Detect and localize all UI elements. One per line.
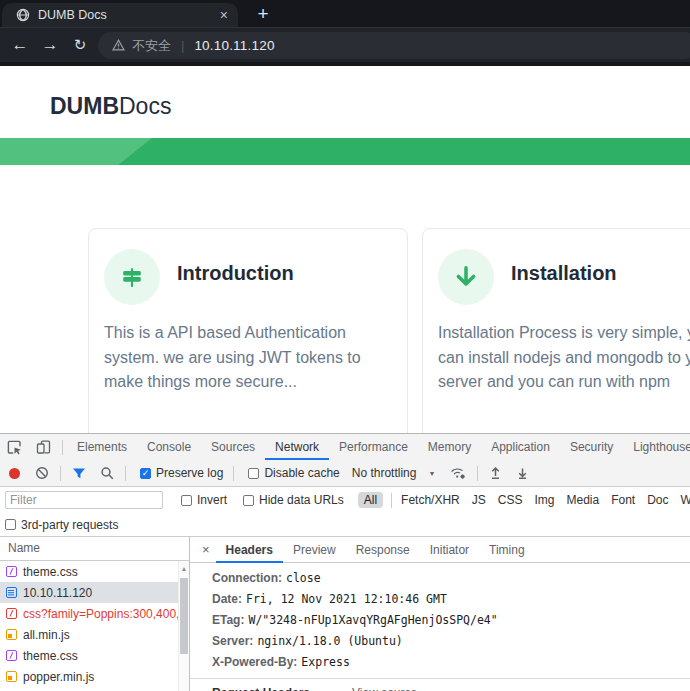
devtools-tab-security[interactable]: Security — [560, 434, 623, 460]
devtools-panel: ElementsConsoleSourcesNetworkPerformance… — [0, 433, 690, 691]
filter-type-ws[interactable]: WS — [681, 493, 690, 507]
devtools-tab-network[interactable]: Network — [265, 434, 329, 460]
request-list-pane: Name theme.css10.10.11.120css?family=Pop… — [0, 537, 190, 691]
disable-cache-label: Disable cache — [264, 466, 339, 480]
hero-green-band — [0, 138, 690, 165]
name-column-header[interactable]: Name — [0, 537, 189, 561]
header-line: X-Powered-By:Express — [212, 652, 690, 673]
request-row[interactable]: 10.10.11.120 — [0, 582, 189, 603]
back-button[interactable]: ← — [6, 28, 34, 62]
devtools-tab-memory[interactable]: Memory — [418, 434, 481, 460]
request-row[interactable]: css?family=Poppins:300,400, — [0, 603, 189, 624]
request-row[interactable]: theme.css — [0, 645, 189, 666]
view-source-link[interactable]: View source — [352, 686, 417, 691]
chevron-down-icon: ▼ — [428, 470, 435, 477]
site-logo: DUMBDocs — [50, 93, 171, 120]
introduction-card[interactable]: Introduction This is a API based Authent… — [88, 228, 408, 433]
file-type-js-icon — [6, 671, 17, 682]
export-har-icon[interactable] — [516, 466, 529, 480]
card-title: Installation — [511, 262, 617, 285]
third-party-filter-row: 3rd-party requests — [0, 513, 690, 537]
file-icon-glyph — [8, 634, 11, 637]
forward-button[interactable]: → — [36, 28, 64, 62]
third-party-label: 3rd-party requests — [21, 518, 118, 532]
throttling-select[interactable]: No throttling — [352, 466, 417, 480]
device-toolbar-icon[interactable] — [36, 440, 51, 455]
network-toolbar: ✓ Preserve log Disable cache No throttli… — [0, 460, 690, 487]
search-icon[interactable] — [100, 466, 114, 480]
import-har-icon[interactable] — [489, 466, 502, 480]
file-type-js-icon — [6, 629, 17, 640]
file-type-css-error-icon — [6, 608, 17, 619]
detail-tab-preview[interactable]: Preview — [283, 537, 346, 563]
disable-cache-checkbox[interactable] — [248, 468, 259, 479]
url-divider: | — [181, 38, 184, 53]
invert-label: Invert — [197, 493, 227, 507]
devtools-tab-console[interactable]: Console — [137, 434, 201, 460]
tab-close-icon[interactable]: × — [220, 7, 228, 23]
request-name: css?family=Poppins:300,400, — [23, 607, 179, 621]
filter-icon[interactable] — [72, 467, 86, 480]
devtools-tab-performance[interactable]: Performance — [329, 434, 418, 460]
not-secure-warning-icon — [112, 37, 125, 55]
preserve-log-checkbox[interactable]: ✓ — [140, 468, 151, 479]
devtools-tab-elements[interactable]: Elements — [67, 434, 137, 460]
header-value: Fri, 12 Nov 2021 12:10:46 GMT — [246, 592, 447, 606]
filter-type-font[interactable]: Font — [611, 493, 635, 507]
filter-type-all[interactable]: All — [358, 492, 383, 508]
inspect-element-icon[interactable] — [7, 440, 22, 455]
filter-type-media[interactable]: Media — [566, 493, 599, 507]
tab-title: DUMB Docs — [38, 8, 220, 22]
address-bar[interactable]: 不安全 | 10.10.11.120 — [98, 32, 690, 59]
devtools-tab-sources[interactable]: Sources — [201, 434, 265, 460]
filter-type-js[interactable]: JS — [472, 493, 486, 507]
header-value: W/"3248-nFUp1XavqYRgAFgHenjOsSPQ/e4" — [248, 613, 497, 627]
clear-icon[interactable] — [35, 466, 49, 480]
scroll-up-icon[interactable]: ▲ — [179, 565, 189, 572]
filter-input[interactable] — [5, 491, 163, 509]
close-detail-icon[interactable]: × — [202, 542, 210, 557]
request-detail-pane: × HeadersPreviewResponseInitiatorTiming … — [190, 537, 690, 691]
scrollbar-thumb[interactable] — [180, 578, 188, 654]
filter-type-doc[interactable]: Doc — [647, 493, 668, 507]
card-body: This is a API based Authentication syste… — [104, 321, 398, 395]
file-icon-glyph — [8, 590, 14, 591]
filter-type-fetch-xhr[interactable]: Fetch/XHR — [401, 493, 460, 507]
invert-checkbox[interactable] — [181, 495, 192, 506]
browser-tab[interactable]: DUMB Docs × — [2, 3, 238, 27]
header-line: Server:nginx/1.18.0 (Ubuntu) — [212, 631, 690, 652]
request-name: 10.10.11.120 — [23, 586, 92, 600]
request-row[interactable]: popper.min.js — [0, 666, 189, 687]
request-list: theme.css10.10.11.120css?family=Poppins:… — [0, 561, 189, 691]
devtools-tab-lighthouse[interactable]: Lighthouse — [623, 434, 690, 460]
request-name: theme.css — [23, 565, 78, 579]
detail-tab-timing[interactable]: Timing — [479, 537, 535, 563]
request-list-scrollbar[interactable]: ▲ — [178, 561, 189, 691]
third-party-checkbox[interactable] — [5, 519, 16, 530]
devtools-tab-application[interactable]: Application — [481, 434, 560, 460]
detail-tab-response[interactable]: Response — [346, 537, 420, 563]
card-body: Installation Process is very simple, you… — [438, 321, 690, 395]
signpost-icon — [104, 249, 160, 305]
network-conditions-icon[interactable] — [450, 466, 466, 480]
record-button[interactable] — [9, 468, 20, 479]
hide-data-urls-checkbox[interactable] — [243, 495, 254, 506]
new-tab-button[interactable]: + — [248, 0, 278, 27]
globe-favicon-icon — [16, 8, 30, 22]
header-value: close — [286, 571, 321, 585]
detail-tab-initiator[interactable]: Initiator — [420, 537, 479, 563]
headers-divider — [190, 678, 690, 679]
preserve-log-label: Preserve log — [156, 466, 223, 480]
header-name: Date: — [212, 592, 242, 606]
detail-tab-bar: × HeadersPreviewResponseInitiatorTiming — [190, 537, 690, 563]
filter-type-css[interactable]: CSS — [498, 493, 523, 507]
filter-type-img[interactable]: Img — [534, 493, 554, 507]
header-line: Date:Fri, 12 Nov 2021 12:10:46 GMT — [212, 589, 690, 610]
request-row[interactable]: all.min.js — [0, 624, 189, 645]
logo-light: Docs — [119, 93, 171, 119]
request-row[interactable]: theme.css — [0, 561, 189, 582]
detail-tab-headers[interactable]: Headers — [216, 537, 283, 563]
headers-content: Connection:closeDate:Fri, 12 Nov 2021 12… — [190, 563, 690, 691]
installation-card[interactable]: Installation Installation Process is ver… — [422, 228, 690, 433]
reload-button[interactable]: ↻ — [66, 28, 94, 62]
